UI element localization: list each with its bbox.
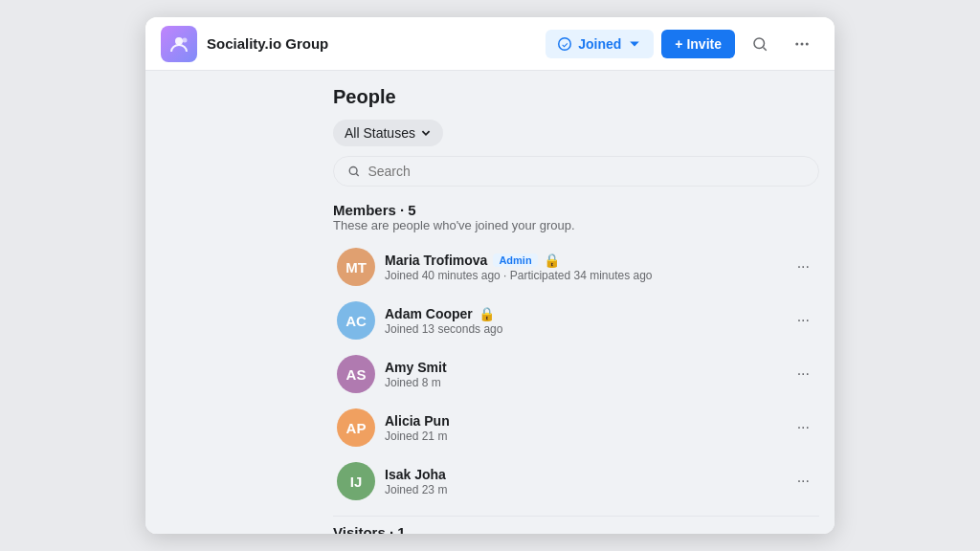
member-meta: Joined 21 m [385, 430, 791, 443]
member-more-button[interactable]: ··· [791, 470, 815, 493]
avatar: AS [337, 355, 375, 393]
admin-badge: Admin [493, 253, 537, 267]
svg-point-1 [183, 37, 188, 42]
members-title: Members · 5 [333, 202, 819, 218]
filter-label: All Statuses [345, 125, 415, 141]
chevron-down-icon [627, 36, 642, 52]
member-more-button[interactable]: ··· [791, 255, 815, 278]
avatar: AC [337, 301, 375, 340]
filter-chevron-icon [420, 127, 432, 139]
member-meta: Joined 40 minutes ago · Participated 34 … [385, 269, 791, 282]
verified-icon: 🔒 [479, 306, 495, 321]
header-actions: Joined + Invite [546, 27, 819, 61]
divider [333, 516, 819, 517]
search-input[interactable] [368, 164, 805, 179]
member-name: Isak Joha [385, 467, 446, 482]
search-icon [751, 35, 768, 53]
ellipsis-icon [793, 35, 811, 53]
verified-icon: 🔒 [544, 253, 560, 268]
left-panel [145, 71, 318, 534]
member-row: IJ Isak Joha Joined 23 m ··· [333, 454, 819, 508]
main-panel: People All Statuses Members · 5 These ar… [318, 71, 835, 534]
member-name: Alicia Pun [385, 413, 450, 429]
more-options-button[interactable] [785, 27, 819, 61]
member-name: Amy Smit [385, 360, 447, 375]
member-name: Maria Trofimova [385, 253, 487, 268]
member-meta: Joined 8 m [385, 376, 791, 389]
search-bar [333, 156, 819, 187]
member-more-button[interactable]: ··· [791, 416, 815, 439]
member-row: AS Amy Smit Joined 8 m ··· [333, 347, 819, 401]
members-description: These are people who've joined your grou… [333, 218, 819, 232]
content-area: People All Statuses Members · 5 These ar… [145, 71, 835, 534]
member-row: AP Alicia Pun Joined 21 m ··· [333, 401, 819, 454]
avatar: MT [337, 248, 375, 286]
member-meta: Joined 23 m [385, 483, 791, 496]
member-info: Alicia Pun Joined 21 m [385, 413, 791, 443]
svg-point-4 [801, 42, 804, 45]
member-name: Adam Cooper [385, 306, 473, 321]
svg-point-6 [349, 167, 357, 175]
member-info: Amy Smit Joined 8 m [385, 360, 791, 389]
svg-point-3 [795, 42, 798, 45]
visitors-title: Visitors · 1 [333, 524, 819, 534]
member-row: AC Adam Cooper 🔒 Joined 13 seconds ago ·… [333, 294, 819, 347]
app-window: Sociality.io Group Joined + Invite Peopl… [145, 17, 835, 534]
group-avatar [161, 26, 197, 62]
page-title: People [333, 86, 819, 108]
group-name: Sociality.io Group [207, 35, 328, 52]
member-row: MT Maria Trofimova Admin 🔒 Joined 40 min… [333, 240, 819, 294]
svg-point-2 [754, 38, 765, 49]
header: Sociality.io Group Joined + Invite [145, 17, 835, 71]
invite-label: + Invite [675, 36, 722, 52]
visitors-section-header: Visitors · 1 These are people who've vis… [333, 524, 819, 534]
member-info: Isak Joha Joined 23 m [385, 467, 791, 496]
filter-button[interactable]: All Statuses [333, 120, 443, 146]
joined-label: Joined [578, 36, 621, 52]
member-info: Maria Trofimova Admin 🔒 Joined 40 minute… [385, 253, 791, 282]
filter-bar: All Statuses [333, 120, 819, 146]
search-bar-icon [347, 165, 360, 178]
member-meta: Joined 13 seconds ago [385, 322, 791, 336]
members-section-header: Members · 5 These are people who've join… [333, 202, 819, 232]
svg-point-0 [175, 37, 183, 45]
member-info: Adam Cooper 🔒 Joined 13 seconds ago [385, 306, 791, 336]
joined-button[interactable]: Joined [546, 30, 654, 58]
group-info: Sociality.io Group [161, 26, 546, 62]
search-button[interactable] [743, 27, 777, 61]
invite-button[interactable]: + Invite [661, 30, 735, 58]
avatar: AP [337, 408, 375, 447]
member-more-button[interactable]: ··· [791, 363, 815, 386]
avatar: IJ [337, 462, 375, 500]
member-more-button-active[interactable]: ··· [791, 309, 815, 332]
svg-point-5 [806, 42, 809, 45]
joined-icon [557, 36, 572, 52]
